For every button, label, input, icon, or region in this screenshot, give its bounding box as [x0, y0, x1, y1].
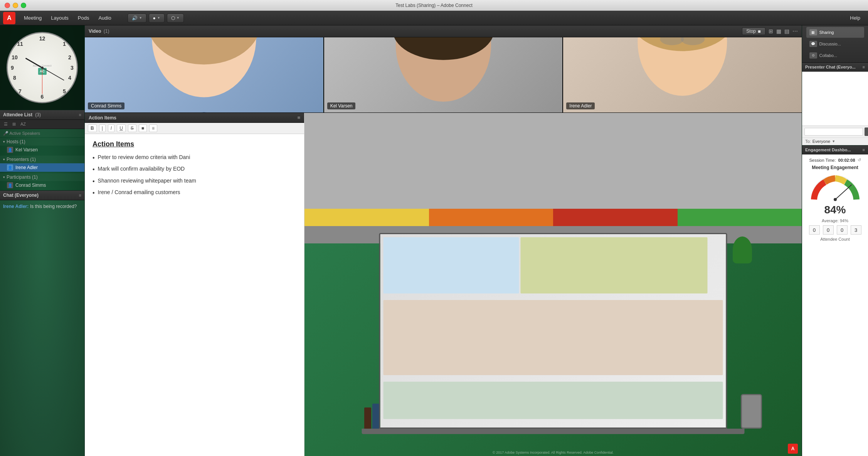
- attendee-conrad-simms[interactable]: 👤 Conrad Simms: [0, 181, 84, 189]
- menu-layouts[interactable]: Layouts: [46, 13, 73, 22]
- slide-color-stripes: [304, 209, 802, 226]
- hosts-group-header[interactable]: ▾ Hosts (1): [0, 138, 84, 146]
- speaker-icon: 🔊: [132, 15, 138, 21]
- laptop-screen: [379, 233, 727, 429]
- chat-header: Chat (Everyone) ≡: [0, 191, 84, 200]
- screen-item-4: [384, 382, 723, 419]
- chat-text-input[interactable]: [804, 128, 863, 136]
- action-items-pod-title: Action Items: [89, 115, 116, 121]
- video-layout-icon[interactable]: ▦: [776, 28, 781, 34]
- adobe-logo: A: [3, 12, 15, 24]
- video-name-tag-2: Kel Varsen: [327, 102, 356, 109]
- share-icon: ⬡: [171, 15, 175, 21]
- attendee-grid-btn[interactable]: ⊞: [11, 121, 17, 127]
- presenter-chat-body[interactable]: [802, 72, 868, 126]
- minimize-button[interactable]: [13, 3, 18, 8]
- recipient-label: To:: [805, 139, 811, 144]
- attendee-view-btn[interactable]: ☰: [2, 121, 9, 127]
- gauge: [810, 173, 860, 201]
- screen-content-inner: [380, 234, 726, 428]
- action-item-0: Peter to review demo criteria with Dani: [93, 154, 296, 162]
- attendee-sort-btn[interactable]: AZ: [19, 121, 27, 127]
- chat-title: Chat (Everyone): [3, 193, 39, 198]
- book-2: [372, 404, 379, 429]
- presenters-group-header[interactable]: ▾ Presenters (1): [0, 156, 84, 163]
- main-area: Action Items ≡ B | I U S ■ ≡ Action Item…: [85, 113, 802, 456]
- session-time-icon: ↺: [858, 158, 861, 163]
- menu-audio[interactable]: Audio: [94, 13, 116, 22]
- tab-discussion[interactable]: 💬 Discussio...: [806, 39, 864, 49]
- slide-top-gray: [304, 113, 802, 216]
- video-grid: Conrad Simms Kel Varsen: [85, 37, 802, 112]
- attendee-irene-adler[interactable]: 👤 Irene Adler: [0, 163, 84, 172]
- laptop-screen-content: [380, 234, 726, 428]
- maximize-button[interactable]: [21, 3, 26, 8]
- recipient-dropdown-arrow[interactable]: ▼: [832, 139, 835, 143]
- engagement-menu[interactable]: ≡: [863, 148, 865, 152]
- stripe-green: [678, 209, 802, 226]
- video-pod-title-area: Video (1): [89, 28, 109, 34]
- main-layout: 12 1 2 3 4 5 6 7 8 9 10 11 Adobe Connect…: [0, 25, 868, 456]
- format-separator: |: [99, 124, 106, 132]
- video-more-icon[interactable]: ⋯: [792, 28, 798, 34]
- clock-second-hand: [42, 68, 42, 94]
- chat-menu-icon[interactable]: ≡: [79, 193, 81, 198]
- clock-num-3: 3: [68, 65, 76, 71]
- video-filmstrip-icon[interactable]: ▤: [784, 28, 789, 34]
- video-pod-header: Video (1) Stop ⏹ ⊞ ▦ ▤ ⋯: [85, 25, 802, 37]
- attendee-list-header: Attendee List (3) ≡: [0, 110, 84, 120]
- clock-num-5: 5: [61, 88, 68, 94]
- format-underline[interactable]: U: [117, 124, 126, 132]
- help-menu[interactable]: Help: [845, 13, 865, 22]
- attendee-kel-varsen[interactable]: 👤 Kel Varsen: [0, 146, 84, 154]
- presenters-collapse-arrow: ▾: [3, 158, 5, 161]
- format-list[interactable]: ≡: [149, 124, 157, 132]
- attendee-header-controls[interactable]: ≡: [79, 112, 81, 117]
- participants-group-header[interactable]: ▾ Participants (1): [0, 173, 84, 181]
- stop-button[interactable]: Stop ⏹: [742, 27, 765, 35]
- camera-control[interactable]: ● ▼: [149, 13, 165, 23]
- action-items-content[interactable]: Action Items Peter to review demo criter…: [85, 134, 304, 456]
- format-italic[interactable]: I: [108, 124, 114, 132]
- person-silhouette-3: [563, 37, 802, 112]
- count-box-0: 0: [809, 225, 820, 235]
- count-box-2: 0: [837, 225, 848, 235]
- format-strikethrough[interactable]: S: [128, 124, 136, 132]
- attendee-menu-icon[interactable]: ≡: [79, 112, 81, 117]
- window-title: Test Labs (Sharing) – Adobe Connect: [395, 3, 472, 8]
- presenters-group: ▾ Presenters (1) 👤 Irene Adler: [0, 155, 84, 173]
- action-item-3: Irene / Conrad emailing customers: [93, 189, 296, 197]
- close-button[interactable]: [5, 3, 10, 8]
- tab-sharing[interactable]: ▦ Sharing: [806, 27, 864, 38]
- count-box-1: 0: [823, 225, 834, 235]
- menu-meeting[interactable]: Meeting: [19, 13, 46, 22]
- action-item-1: Mark will confirm availability by EOD: [93, 165, 296, 174]
- share-control[interactable]: ⬡ ▼: [167, 13, 184, 23]
- window-controls[interactable]: [5, 3, 26, 8]
- format-bold[interactable]: B: [88, 124, 97, 132]
- action-item-list: Peter to review demo criteria with Dani …: [93, 154, 296, 198]
- speaker-control[interactable]: 🔊 ▼: [128, 13, 146, 23]
- center-content: Video (1) Stop ⏹ ⊞ ▦ ▤ ⋯: [85, 25, 802, 456]
- format-block[interactable]: ■: [139, 124, 147, 132]
- collab-tab-icon: ⚙: [809, 52, 817, 59]
- clock-area: 12 1 2 3 4 5 6 7 8 9 10 11 Adobe Connect…: [0, 25, 84, 110]
- menu-pods[interactable]: Pods: [73, 13, 94, 22]
- chat-messages: Irene Adler: Is this being recorded?: [0, 200, 84, 456]
- video-pod: Video (1) Stop ⏹ ⊞ ▦ ▤ ⋯: [85, 25, 802, 113]
- presenter-chat-section: Presenter Chat (Everyo... ≡ ➤ To: Everyo…: [802, 63, 868, 146]
- video-grid-icon[interactable]: ⊞: [769, 28, 773, 34]
- camera-icon: ●: [153, 15, 156, 21]
- phone-decoration: [741, 394, 762, 429]
- chat-send-button[interactable]: ➤: [865, 127, 868, 136]
- tab-collab[interactable]: ⚙ Collabo...: [806, 50, 864, 61]
- svg-line-14: [835, 185, 851, 200]
- participants-collapse-arrow: ▾: [3, 175, 5, 179]
- action-items-menu-icon[interactable]: ≡: [297, 115, 300, 121]
- action-item-2: Shannon reviewing whitepaper with team: [93, 177, 296, 186]
- presenter-chat-menu[interactable]: ≡: [863, 65, 865, 69]
- clock-num-4: 4: [66, 75, 74, 81]
- recipient-value[interactable]: Everyone: [812, 139, 830, 144]
- camera-dropdown-arrow: ▼: [157, 16, 160, 20]
- right-panel: ▦ Sharing 💬 Discussio... ⚙ Collabo... Pr…: [802, 25, 868, 456]
